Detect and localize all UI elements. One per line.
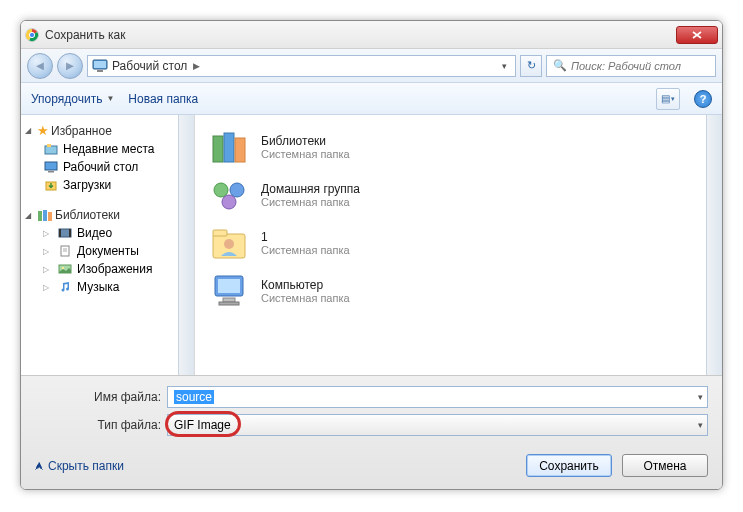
svg-rect-22 — [224, 133, 234, 162]
sidebar-libraries-header[interactable]: ◢ Библиотеки — [21, 206, 194, 224]
pictures-icon — [57, 262, 73, 276]
svg-rect-21 — [213, 136, 223, 162]
bottom-panel: Имя файла: source ▾ Тип файла: GIF Image… — [21, 375, 722, 489]
svg-rect-14 — [59, 229, 61, 237]
expand-icon: ▷ — [43, 283, 53, 292]
content-scrollbar[interactable] — [706, 115, 722, 375]
hide-folders-toggle[interactable]: ⮝ Скрыть папки — [35, 459, 124, 473]
svg-rect-6 — [47, 144, 51, 147]
search-box[interactable]: 🔍 — [546, 55, 716, 77]
sidebar-item-pictures[interactable]: ▷ Изображения — [21, 260, 194, 278]
filename-label: Имя файла: — [35, 390, 167, 404]
chrome-icon — [25, 28, 39, 42]
svg-rect-33 — [219, 302, 239, 305]
svg-rect-12 — [48, 212, 52, 221]
window-title: Сохранить как — [45, 28, 670, 42]
cancel-button[interactable]: Отмена — [622, 454, 708, 477]
sidebar: ◢ ★ Избранное Недавние места Рабочий сто… — [21, 115, 195, 375]
save-as-dialog: Сохранить как ◄ ► Рабочий стол ▶ ▾ ↻ 🔍 У… — [20, 20, 723, 490]
content-area[interactable]: Библиотеки Системная папка Домашняя груп… — [195, 115, 722, 375]
homegroup-icon — [207, 175, 251, 215]
video-icon — [57, 226, 73, 240]
svg-rect-31 — [218, 279, 240, 293]
svg-point-20 — [62, 267, 64, 269]
svg-rect-4 — [97, 70, 103, 72]
svg-rect-28 — [213, 230, 227, 236]
sidebar-item-video[interactable]: ▷ Видео — [21, 224, 194, 242]
help-button[interactable]: ? — [694, 90, 712, 108]
sidebar-item-music[interactable]: ▷ Музыка — [21, 278, 194, 296]
new-folder-button[interactable]: Новая папка — [128, 92, 198, 106]
expand-icon: ▷ — [43, 229, 53, 238]
body-area: ◢ ★ Избранное Недавние места Рабочий сто… — [21, 115, 722, 375]
organize-button[interactable]: Упорядочить▼ — [31, 92, 114, 106]
svg-rect-8 — [48, 171, 54, 173]
recent-icon — [43, 142, 59, 156]
svg-point-25 — [230, 183, 244, 197]
sidebar-favorites-header[interactable]: ◢ ★ Избранное — [21, 121, 194, 140]
music-icon — [57, 280, 73, 294]
downloads-icon — [43, 178, 59, 192]
save-button[interactable]: Сохранить — [526, 454, 612, 477]
close-button[interactable] — [676, 26, 718, 44]
desktop-icon — [43, 160, 59, 174]
search-icon: 🔍 — [553, 59, 567, 72]
view-mode-button[interactable]: ▤▾ — [656, 88, 680, 110]
sidebar-item-desktop[interactable]: Рабочий стол — [21, 158, 194, 176]
chevron-up-icon: ⮝ — [35, 461, 44, 471]
chevron-down-icon[interactable]: ▾ — [698, 420, 703, 430]
svg-rect-3 — [94, 61, 106, 68]
forward-button[interactable]: ► — [57, 53, 83, 79]
filename-input[interactable]: source ▾ — [167, 386, 708, 408]
svg-point-29 — [224, 239, 234, 249]
desktop-icon — [92, 59, 108, 73]
refresh-button[interactable]: ↻ — [520, 55, 542, 77]
address-bar[interactable]: Рабочий стол ▶ ▾ — [87, 55, 516, 77]
svg-point-24 — [214, 183, 228, 197]
svg-rect-5 — [45, 146, 57, 154]
libraries-icon — [207, 127, 251, 167]
sidebar-scrollbar[interactable] — [178, 115, 194, 375]
expand-icon: ▷ — [43, 265, 53, 274]
documents-icon — [57, 244, 73, 258]
titlebar: Сохранить как — [21, 21, 722, 49]
svg-rect-11 — [43, 210, 47, 221]
svg-point-26 — [222, 195, 236, 209]
filetype-label: Тип файла: — [35, 418, 167, 432]
svg-rect-23 — [235, 138, 245, 162]
list-item[interactable]: Библиотеки Системная папка — [201, 123, 716, 171]
chevron-right-icon: ▶ — [193, 61, 200, 71]
collapse-icon: ◢ — [25, 126, 35, 135]
star-icon: ★ — [37, 123, 49, 138]
sidebar-item-downloads[interactable]: Загрузки — [21, 176, 194, 194]
svg-point-1 — [29, 32, 34, 37]
back-button[interactable]: ◄ — [27, 53, 53, 79]
computer-icon — [207, 271, 251, 311]
list-item[interactable]: Компьютер Системная папка — [201, 267, 716, 315]
libraries-icon — [37, 208, 53, 222]
svg-rect-10 — [38, 211, 42, 221]
list-item[interactable]: 1 Системная папка — [201, 219, 716, 267]
collapse-icon: ◢ — [25, 211, 35, 220]
search-input[interactable] — [571, 60, 710, 72]
breadcrumb-location: Рабочий стол — [112, 59, 187, 73]
list-item[interactable]: Домашняя группа Системная папка — [201, 171, 716, 219]
chevron-down-icon[interactable]: ▾ — [498, 61, 511, 71]
svg-rect-7 — [45, 162, 57, 170]
sidebar-item-recent[interactable]: Недавние места — [21, 140, 194, 158]
toolbar: Упорядочить▼ Новая папка ▤▾ ? — [21, 83, 722, 115]
svg-rect-15 — [69, 229, 71, 237]
sidebar-item-documents[interactable]: ▷ Документы — [21, 242, 194, 260]
expand-icon: ▷ — [43, 247, 53, 256]
svg-rect-32 — [223, 298, 235, 302]
user-folder-icon — [207, 223, 251, 263]
navbar: ◄ ► Рабочий стол ▶ ▾ ↻ 🔍 — [21, 49, 722, 83]
filetype-select[interactable]: GIF Image ▾ — [167, 414, 708, 436]
view-buttons: ▤▾ — [656, 88, 680, 110]
chevron-down-icon[interactable]: ▾ — [698, 392, 703, 402]
